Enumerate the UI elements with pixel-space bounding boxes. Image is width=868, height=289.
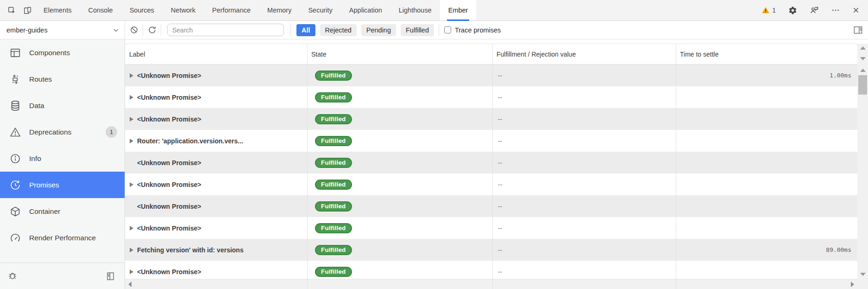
expander-icon[interactable] [130,182,133,187]
expander-icon[interactable] [130,117,133,122]
trace-promises-checkbox[interactable] [444,26,451,33]
fulfillment-value: -- [492,159,676,167]
feedback-icon[interactable] [810,6,819,15]
sidebar-item-promises[interactable]: Promises [0,172,125,198]
devtools-tabs: ElementsConsoleSourcesNetworkPerformance… [35,0,476,20]
fulfillment-value: -- [492,181,676,188]
tab-application[interactable]: Application [341,0,390,20]
tab-sources[interactable]: Sources [121,0,163,20]
state-badge: Fulfilled [315,180,352,190]
table-row[interactable]: Router: 'application.version.vers...Fulf… [125,130,857,152]
scroll-left-icon[interactable] [128,282,132,287]
scroll-right-icon[interactable] [851,282,854,287]
table-row[interactable]: <Unknown Promise>Fulfilled-- [125,86,857,108]
info-icon [9,153,21,165]
tab-network[interactable]: Network [163,0,204,20]
scroll-up-icon[interactable] [860,69,866,72]
scroll-down-icon[interactable] [860,273,866,276]
column-header-fulfillment: Fulfillment / Rejection value [492,51,676,58]
refresh-icon[interactable] [143,21,161,39]
scrollbar-thumb[interactable] [858,75,867,95]
close-devtools-icon[interactable] [852,6,860,14]
sidebar-item-label: Data [29,102,44,110]
table-row[interactable]: <Unknown Promise>Fulfilled-- [125,261,857,279]
promise-label: <Unknown Promise> [137,203,201,210]
promise-label: <Unknown Promise> [137,181,201,188]
tab-lighthouse[interactable]: Lighthouse [390,0,440,20]
sidebar-item-render-performance[interactable]: Render Performance [0,225,125,251]
tab-security[interactable]: Security [300,0,340,20]
more-options-icon[interactable] [831,6,840,14]
settings-gear-icon[interactable] [788,6,797,15]
sidebar-item-label: Render Performance [29,234,96,242]
expander-icon[interactable] [130,270,133,274]
table-row[interactable]: <Unknown Promise>Fulfilled-- [125,173,857,195]
promise-label: <Unknown Promise> [137,159,201,167]
expander-icon[interactable] [130,226,133,231]
sidebar-item-label: Routes [29,75,52,83]
warning-count: 1 [772,6,776,14]
promises-panel: Label State Fulfillment / Rejection valu… [125,39,868,289]
search-input[interactable] [167,24,284,36]
expander-icon[interactable] [130,248,133,252]
table-row[interactable]: <Unknown Promise>Fulfilled-- [125,152,857,173]
trace-promises-toggle[interactable]: Trace promises [444,26,501,34]
tab-ember[interactable]: Ember [440,0,477,20]
split-panel-icon[interactable] [853,25,863,35]
filter-all[interactable]: All [296,24,315,36]
state-badge: Fulfilled [315,71,352,81]
promise-label: <Unknown Promise> [137,116,201,123]
table-row[interactable]: Fetching version' with id: versionsFulfi… [125,239,857,261]
fulfillment-value: -- [492,137,676,145]
fulfillment-value: -- [492,225,676,232]
routes-icon [9,73,21,85]
sidebar-item-routes[interactable]: Routes [0,66,125,92]
column-divider [492,44,493,289]
sidebar-item-components[interactable]: Components [0,39,125,66]
deprecations-count-badge: 1 [106,126,117,138]
promises-table: Label State Fulfillment / Rejection valu… [125,44,857,279]
sidebar-item-label: Deprecations [29,128,71,136]
sidebar-item-deprecations[interactable]: Deprecations1 [0,119,125,145]
sidebar-item-data[interactable]: Data [0,92,125,119]
trace-promises-label: Trace promises [455,26,501,34]
filter-fulfilled[interactable]: Fulfilled [401,24,434,36]
tab-elements[interactable]: Elements [35,0,80,20]
column-header-state: State [307,51,492,58]
warnings-indicator[interactable]: 1 [761,6,776,14]
expander-icon[interactable] [130,139,133,143]
inspect-element-icon[interactable] [4,0,19,20]
promise-label: <Unknown Promise> [137,94,201,101]
collapse-sidebar-icon[interactable] [106,271,115,281]
scroll-up-icon[interactable] [860,46,866,50]
table-row[interactable]: <Unknown Promise>Fulfilled-- [125,108,857,130]
app-instance-select[interactable]: ember-guides [0,21,125,39]
expander-icon[interactable] [130,73,133,78]
tab-console[interactable]: Console [80,0,121,20]
table-row[interactable]: <Unknown Promise>Fulfilled-- [125,217,857,239]
fulfillment-value: -- [492,268,676,276]
sidebar-item-info[interactable]: Info [0,145,125,172]
sidebar-footer [0,263,125,289]
horizontal-scrollbar[interactable] [125,279,857,289]
device-toolbar-icon[interactable] [19,0,35,20]
promise-label: Router: 'application.version.vers... [137,137,243,145]
fulfillment-value: -- [492,94,676,101]
data-icon [9,100,21,112]
filter-pending[interactable]: Pending [361,24,396,36]
tab-performance[interactable]: Performance [204,0,259,20]
expander-icon[interactable] [130,95,133,100]
state-badge: Fulfilled [315,201,352,212]
promise-label: <Unknown Promise> [137,225,201,232]
scroll-down-icon[interactable] [860,57,866,60]
table-row[interactable]: <Unknown Promise>Fulfilled--1.00ms [125,64,857,86]
sidebar-item-container[interactable]: Container [0,198,125,225]
bug-report-icon[interactable] [7,271,18,281]
filter-rejected[interactable]: Rejected [320,24,357,36]
tab-memory[interactable]: Memory [259,0,300,20]
table-row[interactable]: <Unknown Promise>Fulfilled-- [125,195,857,217]
state-filters: AllRejectedPendingFulfilled [296,24,439,36]
clear-promises-icon[interactable] [125,21,143,39]
vertical-scrollbar[interactable] [857,44,868,279]
state-badge: Fulfilled [315,267,352,277]
